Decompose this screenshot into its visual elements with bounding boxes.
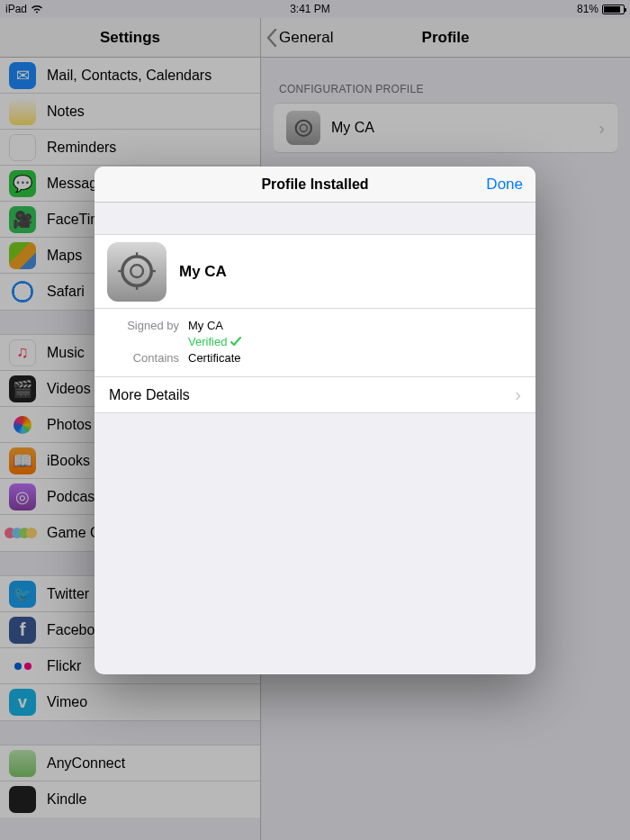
modal-profile-row: My CA <box>94 235 536 309</box>
more-details-row[interactable]: More Details › <box>94 377 536 413</box>
signed-by-value: My CA <box>188 319 223 332</box>
profile-installed-modal: Profile Installed Done My CA Signed by M… <box>94 167 536 674</box>
more-details-label: More Details <box>109 387 190 403</box>
checkmark-icon <box>230 337 241 348</box>
modal-navbar: Profile Installed Done <box>94 167 536 203</box>
contains-value: Certificate <box>188 351 241 365</box>
modal-title: Profile Installed <box>261 176 368 193</box>
svg-point-2 <box>122 257 151 285</box>
svg-point-3 <box>130 266 143 278</box>
signed-by-label: Signed by <box>109 319 179 332</box>
modal-profile-gear-icon <box>107 242 166 302</box>
contains-label: Contains <box>109 351 179 365</box>
verified-status: Verified <box>188 335 241 348</box>
modal-metadata: Signed by My CA Verified Contains Certif… <box>94 309 536 377</box>
chevron-right-icon: › <box>515 384 521 405</box>
modal-profile-name: My CA <box>179 263 227 281</box>
done-button[interactable]: Done <box>486 176 523 194</box>
